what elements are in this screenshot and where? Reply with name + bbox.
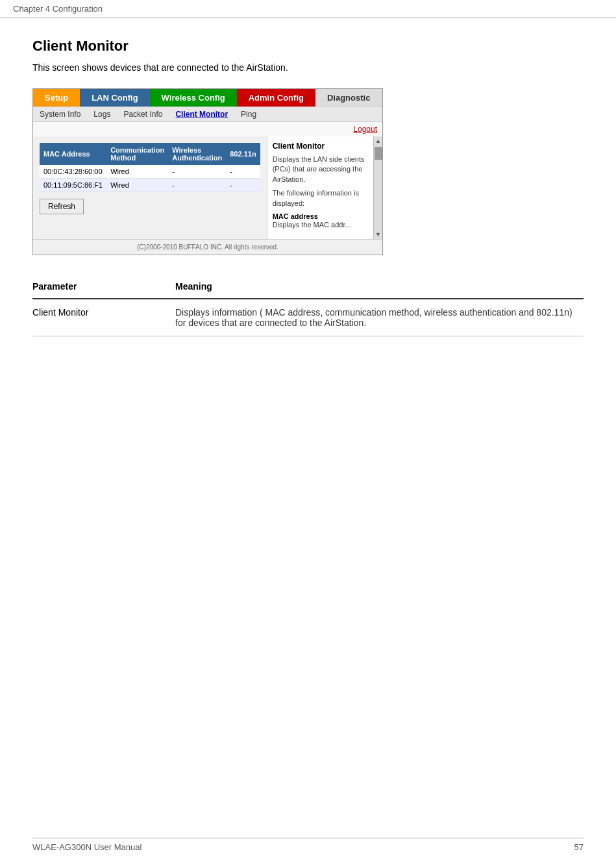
sidebar-text-3: Displays the MAC addr...: [273, 220, 377, 230]
refresh-button[interactable]: Refresh: [40, 199, 84, 214]
router-nav-top: Setup LAN Config Wireless Config Admin C…: [33, 89, 382, 107]
cell-n-2: -: [226, 179, 260, 192]
router-main-content: MAC Address CommunicationMethod Wireless…: [33, 136, 267, 239]
chapter-title: Chapter 4 Configuration: [13, 4, 103, 14]
scroll-up-arrow[interactable]: ▲: [374, 136, 383, 145]
sub-system-info[interactable]: System Info: [33, 107, 87, 121]
col-80211n: 802.11n: [226, 143, 260, 165]
scroll-thumb[interactable]: [375, 147, 382, 160]
col-wireless-auth: WirelessAuthentication: [168, 143, 226, 165]
page-title: Client Monitor: [32, 38, 584, 55]
cell-method-2: Wired: [106, 179, 168, 192]
footer-left: WLAE-AG300N User Manual: [32, 842, 142, 852]
col-mac-address: MAC Address: [40, 143, 106, 165]
sub-packet-info[interactable]: Packet Info: [117, 107, 169, 121]
logout-link[interactable]: Logout: [353, 125, 377, 134]
sidebar-heading: Client Monitor: [273, 142, 377, 151]
cell-mac-2: 00:11:09:5C:86:F1: [40, 179, 106, 192]
param-meaning: Displays information ( MAC address, comm…: [175, 299, 584, 336]
nav-lan-config[interactable]: LAN Config: [80, 89, 149, 107]
router-ui-screenshot: Setup LAN Config Wireless Config Admin C…: [32, 88, 383, 255]
parameter-table: Parameter Meaning Client Monitor Display…: [32, 275, 584, 336]
col-comm-method: CommunicationMethod: [106, 143, 168, 165]
nav-wireless-config[interactable]: Wireless Config: [150, 89, 237, 107]
table-row: 00:0C:43:28:60:00 Wired - -: [40, 165, 260, 179]
scrollbar[interactable]: ▲ ▼: [373, 136, 382, 239]
sidebar-subheading: MAC address: [273, 212, 377, 220]
sidebar-text-1: Displays the LAN side clients (PCs) that…: [273, 155, 377, 184]
nav-admin-config[interactable]: Admin Config: [237, 89, 315, 107]
cell-auth-2: -: [168, 179, 226, 192]
sub-logs[interactable]: Logs: [87, 107, 117, 121]
page-description: This screen shows devices that are conne…: [32, 62, 584, 73]
cell-n-1: -: [226, 165, 260, 179]
router-body: MAC Address CommunicationMethod Wireless…: [33, 136, 382, 239]
footer-right: 57: [574, 842, 584, 852]
copyright-text: (C)2000-2010 BUFFALO INC. All rights res…: [33, 239, 382, 255]
cell-method-1: Wired: [106, 165, 168, 179]
client-monitor-table: MAC Address CommunicationMethod Wireless…: [40, 143, 260, 192]
nav-setup[interactable]: Setup: [33, 89, 80, 107]
logout-bar: Logout: [33, 122, 382, 136]
page-footer: WLAE-AG300N User Manual 57: [32, 838, 584, 852]
sidebar-text-2: The following information is displayed:: [273, 188, 377, 208]
cell-mac-1: 00:0C:43:28:60:00: [40, 165, 106, 179]
page-content: Client Monitor This screen shows devices…: [0, 18, 616, 356]
param-name: Client Monitor: [32, 299, 175, 336]
nav-diagnostic[interactable]: Diagnostic: [315, 89, 382, 107]
param-col-header: Parameter: [32, 275, 175, 299]
cell-auth-1: -: [168, 165, 226, 179]
scroll-down-arrow[interactable]: ▼: [374, 230, 383, 239]
router-help-sidebar: Client Monitor Displays the LAN side cli…: [267, 136, 382, 239]
param-row: Client Monitor Displays information ( MA…: [32, 299, 584, 336]
meaning-col-header: Meaning: [175, 275, 584, 299]
sub-client-monitor[interactable]: Client Monitor: [169, 107, 234, 121]
router-nav-sub: System Info Logs Packet Info Client Moni…: [33, 107, 382, 122]
sub-ping[interactable]: Ping: [234, 107, 263, 121]
table-row: 00:11:09:5C:86:F1 Wired - -: [40, 179, 260, 192]
chapter-header: Chapter 4 Configuration: [0, 0, 616, 18]
